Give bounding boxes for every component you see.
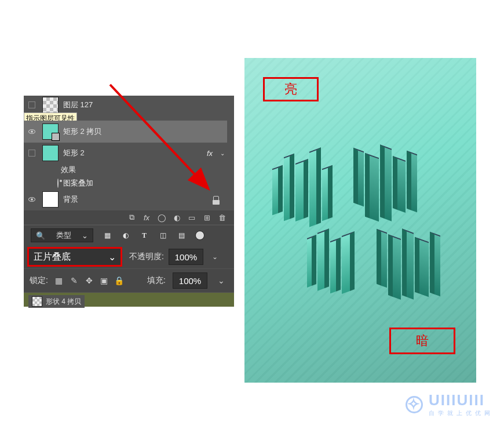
- fill-label: 填充:: [147, 275, 166, 286]
- visibility-toggle[interactable]: [24, 122, 40, 141]
- layer-name[interactable]: 背景: [63, 194, 78, 205]
- mask-icon[interactable]: ◯: [158, 213, 166, 221]
- watermark-sub: 自学就上优优网: [429, 409, 494, 417]
- layer-name[interactable]: 矩形 2: [63, 148, 85, 158]
- callout-bright: 亮: [263, 77, 319, 101]
- watermark: ✧ UIIIUIII 自学就上优优网: [406, 391, 494, 417]
- bulb-icon: ✧: [406, 396, 423, 413]
- fx-indicator[interactable]: fx: [207, 149, 213, 158]
- opacity-label: 不透明度:: [129, 252, 164, 262]
- fill-dropdown[interactable]: ⌄: [214, 272, 228, 289]
- chevron-down-icon: ⌄: [82, 231, 88, 240]
- filter-row: 🔍 类型 ⌄ ▦ ◐ T ◫ ▤: [24, 226, 234, 245]
- eye-icon[interactable]: [57, 179, 59, 187]
- isometric-artwork: [266, 144, 452, 318]
- eye-icon: [28, 129, 35, 134]
- layers-panel: 图层 127 指示图层可见性 矩形 2 拷贝 矩形 2 fx ⌄ 效果 图案叠加…: [24, 96, 234, 307]
- lock-move-icon[interactable]: ✥: [85, 277, 93, 285]
- lock-row: 锁定: ▦ ✎ ✥ ▣ 🔒 填充: 100% ⌄: [24, 269, 234, 292]
- filter-smart-icon[interactable]: ▤: [177, 231, 186, 240]
- trash-icon[interactable]: 🗑: [218, 213, 226, 221]
- lock-artboard-icon[interactable]: ▣: [100, 277, 108, 285]
- stub-label: 形状 4 拷贝: [46, 297, 81, 307]
- layer-thumbnail: [42, 97, 59, 113]
- filter-toggle[interactable]: [195, 231, 204, 240]
- filter-type-icon[interactable]: T: [140, 231, 149, 240]
- lock-brush-icon[interactable]: ✎: [70, 277, 78, 285]
- effects-label: 效果: [61, 165, 76, 175]
- layer-row-rect2-copy[interactable]: 矩形 2 拷贝: [24, 121, 227, 143]
- chevron-down-icon: ⌄: [108, 252, 116, 263]
- layer-row-layer127[interactable]: 图层 127: [24, 96, 234, 114]
- link-icon[interactable]: ⧉: [127, 213, 136, 221]
- visibility-toggle[interactable]: [24, 96, 40, 114]
- filter-type-label: 类型: [56, 230, 71, 241]
- opacity-value[interactable]: 100%: [169, 249, 203, 265]
- filter-type-select[interactable]: 🔍 类型 ⌄: [31, 228, 93, 242]
- layer-thumbnail: [42, 191, 59, 208]
- eye-icon: [28, 197, 35, 202]
- filter-adjust-icon[interactable]: ◐: [121, 231, 130, 240]
- layer-name[interactable]: 图层 127: [63, 100, 93, 110]
- fx-icon[interactable]: fx: [143, 213, 151, 221]
- effects-row[interactable]: 效果: [24, 163, 227, 177]
- canvas-preview: 亮 暗: [244, 58, 476, 383]
- opacity-dropdown[interactable]: ⌄: [208, 249, 222, 265]
- stub-row: 形状 4 拷贝: [24, 293, 234, 307]
- layer-thumbnail: [42, 145, 59, 161]
- blend-mode-select[interactable]: 正片叠底 ⌄: [28, 248, 121, 266]
- layer-thumbnail: [42, 123, 59, 140]
- filter-pixel-icon[interactable]: ▦: [103, 231, 112, 240]
- new-layer-icon[interactable]: ⊞: [203, 213, 211, 221]
- pattern-overlay-row[interactable]: 图案叠加: [24, 177, 227, 190]
- layer-row-rect2[interactable]: 矩形 2 fx ⌄: [24, 143, 227, 163]
- layer-thumbnail: [32, 296, 42, 307]
- layer-action-row: ⧉ fx ◯ ◐ ▭ ⊞ 🗑: [24, 210, 234, 224]
- lock-transparent-icon[interactable]: ▦: [55, 277, 63, 285]
- callout-dark: 暗: [389, 328, 455, 354]
- visibility-toggle[interactable]: [24, 144, 40, 162]
- fill-value[interactable]: 100%: [173, 272, 207, 289]
- filter-shape-icon[interactable]: ◫: [158, 231, 167, 240]
- adjustment-icon[interactable]: ◐: [173, 213, 181, 221]
- pattern-overlay-label: 图案叠加: [63, 178, 93, 188]
- group-icon[interactable]: ▭: [188, 213, 196, 221]
- visibility-toggle[interactable]: [24, 190, 40, 209]
- blend-row: 正片叠底 ⌄ 不透明度: 100% ⌄: [24, 245, 234, 268]
- blend-mode-value: 正片叠底: [34, 251, 71, 263]
- layer-row-background[interactable]: 背景: [24, 190, 227, 209]
- lock-icon: [213, 196, 219, 203]
- lock-label: 锁定:: [30, 275, 48, 286]
- lock-all-icon[interactable]: 🔒: [115, 277, 123, 285]
- layer-name[interactable]: 矩形 2 拷贝: [63, 126, 101, 137]
- search-icon: 🔍: [36, 231, 45, 240]
- chevron-down-icon[interactable]: ⌄: [220, 150, 225, 157]
- watermark-brand: UIIIUIII: [429, 391, 485, 409]
